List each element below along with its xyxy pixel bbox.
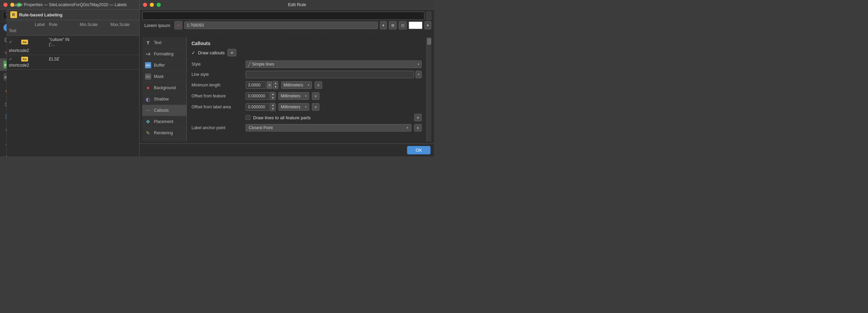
right-scrollbar[interactable] bbox=[426, 37, 431, 141]
offsetfeature-unit-label: Millimeters bbox=[281, 94, 300, 98]
minlength-copy-btn[interactable]: ≡ bbox=[315, 81, 322, 89]
offsetfeature-unit[interactable]: Millimeters ▾ bbox=[278, 92, 309, 100]
subnav-label: Shadow bbox=[154, 97, 169, 101]
subnav-shadow[interactable]: ◐ Shadow bbox=[142, 94, 186, 105]
offsetfeature-input[interactable] bbox=[246, 92, 269, 100]
linestyle-dropdown-arrow[interactable]: ▾ bbox=[416, 71, 422, 78]
style-label: Style bbox=[192, 62, 243, 67]
sidebar-item-joins[interactable]: ◁ Joins bbox=[0, 138, 7, 150]
minimize-button[interactable] bbox=[150, 3, 154, 7]
subnav-label: Rendering bbox=[154, 131, 173, 135]
scale-tool-btn[interactable]: ⊞ bbox=[389, 21, 397, 29]
table-row[interactable]: ✓ Aa ELSE shortcode2 bbox=[7, 55, 139, 70]
subnav-formatting[interactable]: +A Formatting bbox=[142, 49, 186, 60]
edit-rule-titlebar: Edit Rule bbox=[140, 0, 434, 10]
offsetlabel-input-group: ▲ ▼ bbox=[246, 103, 276, 111]
subnav-placement[interactable]: ✥ Placement bbox=[142, 116, 186, 127]
sidebar-item-auxiliarystorage[interactable]: 🔑 Auxiliary Storage bbox=[0, 150, 7, 156]
layer-props-titlebar: Layer Properties — SiteLocationsForQGis7… bbox=[0, 0, 139, 10]
drawlines-copy-btn[interactable]: ≡ bbox=[414, 114, 422, 121]
scale-dropdown[interactable]: ▾ bbox=[380, 21, 387, 29]
subnav-buffer[interactable]: abc Buffer bbox=[142, 60, 186, 71]
sidebar-item-source[interactable]: ⬡ Source bbox=[0, 34, 7, 46]
subnav-callouts[interactable]: ⋯ Callouts bbox=[142, 105, 186, 116]
lorem-ipsum-label: Lorem Ipsum bbox=[142, 22, 172, 29]
col-check bbox=[7, 22, 19, 28]
row-label bbox=[33, 41, 47, 43]
offsetfeature-copy-btn[interactable]: ≡ bbox=[312, 92, 319, 100]
sidebar-item-3dview[interactable]: ◈ 3D View bbox=[0, 83, 7, 98]
label-icon: Aa bbox=[21, 40, 28, 44]
line-style-preview[interactable] bbox=[246, 71, 414, 78]
anchorpoint-select[interactable]: Closest Point ▾ bbox=[246, 124, 411, 132]
offsetlabel-copy-btn[interactable]: ≡ bbox=[312, 103, 319, 111]
background-icon: ● bbox=[145, 85, 151, 91]
row-icon: Aa bbox=[19, 56, 33, 62]
sidebar-item-information[interactable]: i Information bbox=[0, 22, 7, 34]
offsetlabel-down[interactable]: ▼ bbox=[271, 107, 275, 111]
sidebar-item-labels[interactable]: abc Labels bbox=[0, 58, 7, 71]
subnav-rendering[interactable]: ✎ Rendering bbox=[142, 127, 186, 139]
linestyle-control: ▾ bbox=[246, 71, 422, 78]
sidebar-item-symbology[interactable]: ◈ Symbology bbox=[0, 46, 7, 58]
anchorpoint-copy-btn[interactable]: ≡ bbox=[414, 124, 422, 132]
maximize-button[interactable] bbox=[157, 3, 161, 7]
subnav-text[interactable]: T Text bbox=[142, 37, 186, 49]
subnav-label: Mask bbox=[154, 74, 164, 79]
subnav-label: Buffer bbox=[154, 63, 165, 68]
anchorpoint-value: Closest Point bbox=[249, 125, 273, 130]
style-select[interactable]: ╱ Simple lines ▾ bbox=[246, 60, 422, 68]
main-content-area: T Text +A Formatting abc Buffer abc Mask… bbox=[142, 37, 431, 141]
color-dropdown[interactable]: ▾ bbox=[424, 21, 431, 29]
layer-properties-window: Layer Properties — SiteLocationsForQGis7… bbox=[0, 0, 140, 156]
source-icon: ⬡ bbox=[3, 36, 7, 44]
expression-input[interactable] bbox=[142, 12, 424, 20]
minlength-unit[interactable]: Millimeters ▾ bbox=[281, 81, 312, 89]
rule-icon: R bbox=[10, 11, 17, 18]
sidebar-item-fields[interactable]: ☰ Fields bbox=[0, 110, 7, 123]
scale-input[interactable]: 1:768093 bbox=[184, 22, 378, 29]
sidebar-item-masks[interactable]: abc Masks bbox=[0, 71, 7, 83]
subnav-label: Formatting bbox=[154, 52, 173, 56]
callouts-title: Callouts bbox=[192, 41, 422, 46]
divider: · · · · · · · · · · · · · · · · · · · · … bbox=[142, 31, 431, 36]
minlength-input[interactable] bbox=[246, 81, 266, 89]
draw-callouts-label: Draw callouts bbox=[198, 50, 225, 55]
offsetlabel-input[interactable] bbox=[246, 103, 269, 111]
color-picker[interactable] bbox=[409, 22, 422, 29]
subnav-label: Background bbox=[154, 85, 176, 90]
anchor-dropdown-arrow: ▾ bbox=[407, 126, 408, 130]
subnav-label: Text bbox=[154, 40, 161, 45]
minlength-down[interactable]: ▼ bbox=[273, 85, 278, 89]
offsetfeature-row: Offset from feature ▲ ▼ Millimeters ▾ ≡ bbox=[192, 92, 422, 100]
sidebar-item-diagrams[interactable]: ⬡ Diagrams bbox=[0, 98, 7, 110]
offsetlabel-label: Offset from label area bbox=[192, 105, 243, 109]
bottom-bar: OK bbox=[140, 144, 434, 156]
offsetlabel-up[interactable]: ▲ bbox=[271, 103, 275, 107]
edit-rule-window: Edit Rule Lorem Ipsum ↩ 1:768093 ▾ ⊞ ⊡ ▾… bbox=[140, 0, 434, 156]
scrollbar-thumb[interactable] bbox=[427, 38, 431, 45]
offsetfeature-down[interactable]: ▼ bbox=[271, 96, 275, 100]
copy-style-btn[interactable]: ≡ bbox=[227, 49, 236, 56]
ok-button[interactable]: OK bbox=[407, 146, 431, 154]
subnav-label: Placement bbox=[154, 119, 173, 124]
close-button[interactable] bbox=[143, 3, 147, 7]
row-text: shortcode2 bbox=[7, 62, 19, 68]
offsetfeature-up[interactable]: ▲ bbox=[271, 92, 275, 96]
subnav-mask[interactable]: abc Mask bbox=[142, 71, 186, 82]
offsetfeature-input-group: ▲ ▼ bbox=[246, 92, 276, 100]
sidebar-item-attributesform[interactable]: ≡ Attributes Form bbox=[0, 123, 7, 138]
scale-icon-btn[interactable]: ⊡ bbox=[399, 21, 407, 29]
search-input[interactable]: 🔍 bbox=[3, 12, 7, 19]
subnav-background[interactable]: ● Background bbox=[142, 82, 186, 94]
back-button[interactable]: ↩ bbox=[174, 21, 182, 29]
table-row[interactable]: ✓ Aa "culture" IN ('... shortcode2 bbox=[7, 36, 139, 55]
callouts-panel: Callouts ✓ Draw callouts ≡ Style ╱ Simpl… bbox=[187, 37, 426, 141]
col-maxscale: Max.Scale bbox=[108, 22, 139, 28]
minlength-up[interactable]: ▲ bbox=[273, 81, 278, 85]
offsetlabel-unit[interactable]: Millimeters ▾ bbox=[278, 103, 309, 111]
row-minscale bbox=[78, 41, 108, 43]
offsetlabel-unit-label: Millimeters bbox=[281, 105, 300, 109]
drawlines-checkbox[interactable] bbox=[246, 115, 250, 120]
minlength-clear-btn[interactable]: ✕ bbox=[267, 81, 272, 89]
